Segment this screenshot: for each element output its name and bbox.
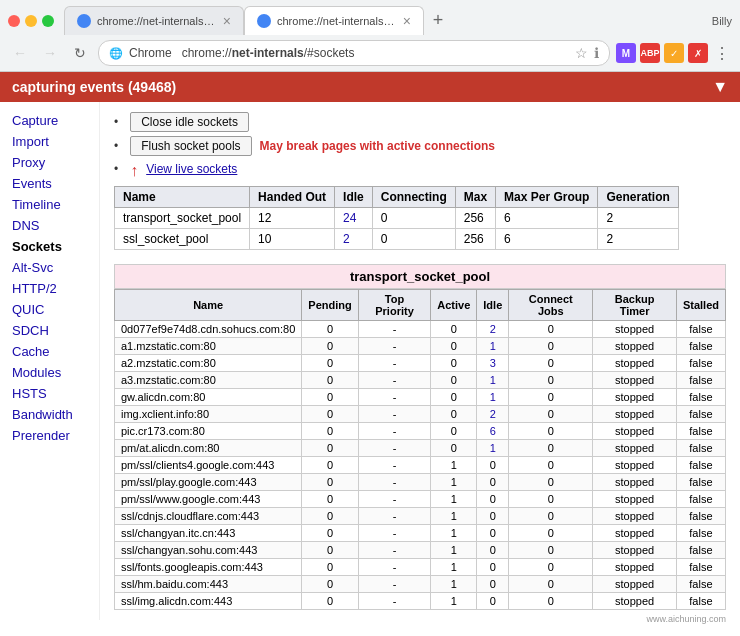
table-cell: - bbox=[358, 338, 431, 355]
tab-close-icon[interactable]: × bbox=[403, 13, 411, 29]
flush-warning-text: May break pages with active connections bbox=[260, 139, 495, 153]
sidebar-item-sdch[interactable]: SDCH bbox=[0, 320, 99, 341]
sidebar-item-modules[interactable]: Modules bbox=[0, 362, 99, 383]
table-row: ssl/fonts.googleapis.com:4430-100stopped… bbox=[115, 559, 726, 576]
ext-icon-4[interactable]: ✗ bbox=[688, 43, 708, 63]
table-cell: stopped bbox=[593, 576, 677, 593]
pool-col-active: Active bbox=[431, 290, 477, 321]
table-cell: a2.mzstatic.com:80 bbox=[115, 355, 302, 372]
sidebar-item-prerender[interactable]: Prerender bbox=[0, 425, 99, 446]
table-cell: 0 bbox=[509, 593, 593, 610]
table-cell[interactable]: 1 bbox=[477, 338, 509, 355]
table-cell[interactable]: 1 bbox=[477, 372, 509, 389]
sidebar-item-dns[interactable]: DNS bbox=[0, 215, 99, 236]
table-cell[interactable]: 6 bbox=[477, 423, 509, 440]
table-cell[interactable]: 1 bbox=[477, 389, 509, 406]
view-live-sockets-link[interactable]: View live sockets bbox=[146, 162, 237, 176]
sidebar-item-sockets[interactable]: Sockets bbox=[0, 236, 99, 257]
table-cell: 0 bbox=[302, 576, 358, 593]
flush-socket-pools-button[interactable]: Flush socket pools bbox=[130, 136, 251, 156]
table-cell[interactable]: 1 bbox=[477, 440, 509, 457]
table-row: ssl/changyan.sohu.com:4430-100stoppedfal… bbox=[115, 542, 726, 559]
close-idle-sockets-button[interactable]: Close idle sockets bbox=[130, 112, 249, 132]
sidebar-item-events[interactable]: Events bbox=[0, 173, 99, 194]
ext-icon-abp[interactable]: ABP bbox=[640, 43, 660, 63]
col-max-per-group: Max Per Group bbox=[496, 187, 598, 208]
table-cell: false bbox=[676, 338, 725, 355]
bullet-3: • bbox=[114, 162, 118, 176]
table-cell: false bbox=[676, 508, 725, 525]
forward-button[interactable]: → bbox=[38, 41, 62, 65]
table-cell: 0 bbox=[372, 229, 455, 250]
table-cell: 1 bbox=[431, 457, 477, 474]
pool-header: transport_socket_pool bbox=[114, 264, 726, 289]
table-cell: - bbox=[358, 406, 431, 423]
table-cell[interactable]: 2 bbox=[477, 321, 509, 338]
col-connecting: Connecting bbox=[372, 187, 455, 208]
live-sockets-arrow: ↑ bbox=[130, 162, 138, 180]
sidebar-item-http-2[interactable]: HTTP/2 bbox=[0, 278, 99, 299]
main-table: Name Handed Out Idle Connecting Max Max … bbox=[114, 186, 679, 250]
table-cell: 256 bbox=[455, 208, 495, 229]
table-cell: ssl/changyan.sohu.com:443 bbox=[115, 542, 302, 559]
tab-close-icon[interactable]: × bbox=[223, 13, 231, 29]
url-text: Chrome chrome://net-internals/#sockets bbox=[129, 46, 569, 60]
table-cell: - bbox=[358, 508, 431, 525]
table-cell: - bbox=[358, 559, 431, 576]
tab-dns[interactable]: chrome://net-internals/#dns × bbox=[244, 6, 424, 35]
table-cell[interactable]: 2 bbox=[477, 406, 509, 423]
ext-icon-3[interactable]: ✓ bbox=[664, 43, 684, 63]
bookmark-icon[interactable]: ☆ bbox=[575, 45, 588, 61]
minimize-button[interactable] bbox=[25, 15, 37, 27]
sidebar-item-timeline[interactable]: Timeline bbox=[0, 194, 99, 215]
sidebar-item-capture[interactable]: Capture bbox=[0, 110, 99, 131]
table-cell: false bbox=[676, 406, 725, 423]
url-bar[interactable]: 🌐 Chrome chrome://net-internals/#sockets… bbox=[98, 40, 610, 66]
table-cell: stopped bbox=[593, 321, 677, 338]
table-cell: 0 bbox=[431, 355, 477, 372]
table-cell: 0 bbox=[509, 321, 593, 338]
table-cell: stopped bbox=[593, 423, 677, 440]
sidebar-item-proxy[interactable]: Proxy bbox=[0, 152, 99, 173]
tab-sockets[interactable]: chrome://net-internals/#socke... × bbox=[64, 6, 244, 35]
table-cell: stopped bbox=[593, 457, 677, 474]
close-button[interactable] bbox=[8, 15, 20, 27]
action-row-2: • Flush socket pools May break pages wit… bbox=[114, 136, 726, 156]
back-button[interactable]: ← bbox=[8, 41, 32, 65]
table-cell: 0 bbox=[302, 372, 358, 389]
table-cell: 0d077ef9e74d8.cdn.sohucs.com:80 bbox=[115, 321, 302, 338]
sidebar-item-quic[interactable]: QUIC bbox=[0, 299, 99, 320]
table-cell: 0 bbox=[509, 389, 593, 406]
table-cell: 0 bbox=[509, 338, 593, 355]
event-bar-arrow[interactable]: ▼ bbox=[712, 78, 728, 96]
table-cell: 0 bbox=[509, 491, 593, 508]
sidebar-item-bandwidth[interactable]: Bandwidth bbox=[0, 404, 99, 425]
action-row-1: • Close idle sockets bbox=[114, 112, 726, 132]
table-cell[interactable]: 3 bbox=[477, 355, 509, 372]
table-cell: stopped bbox=[593, 559, 677, 576]
new-tab-button[interactable]: + bbox=[424, 6, 452, 34]
table-cell: a3.mzstatic.com:80 bbox=[115, 372, 302, 389]
menu-icon[interactable]: ⋮ bbox=[712, 43, 732, 63]
sidebar: CaptureImportProxyEventsTimelineDNSSocke… bbox=[0, 102, 100, 620]
table-cell: 0 bbox=[431, 338, 477, 355]
table-cell: - bbox=[358, 474, 431, 491]
table-cell[interactable]: 24 bbox=[335, 208, 373, 229]
info-icon[interactable]: ℹ bbox=[594, 45, 599, 61]
pool-table: Name Pending Top Priority Active Idle Co… bbox=[114, 289, 726, 610]
sidebar-item-cache[interactable]: Cache bbox=[0, 341, 99, 362]
sidebar-item-hsts[interactable]: HSTS bbox=[0, 383, 99, 404]
maximize-button[interactable] bbox=[42, 15, 54, 27]
url-scheme: Chrome chrome:// bbox=[129, 46, 232, 60]
table-cell[interactable]: 2 bbox=[335, 229, 373, 250]
bullet-1: • bbox=[114, 115, 118, 129]
ext-icon-1[interactable]: M bbox=[616, 43, 636, 63]
refresh-button[interactable]: ↻ bbox=[68, 41, 92, 65]
sidebar-item-import[interactable]: Import bbox=[0, 131, 99, 152]
address-bar: ← → ↻ 🌐 Chrome chrome://net-internals/#s… bbox=[0, 35, 740, 71]
table-cell: 0 bbox=[477, 593, 509, 610]
url-path: /#sockets bbox=[304, 46, 355, 60]
table-cell: 256 bbox=[455, 229, 495, 250]
event-bar: capturing events (49468) ▼ bbox=[0, 72, 740, 102]
sidebar-item-alt-svc[interactable]: Alt-Svc bbox=[0, 257, 99, 278]
